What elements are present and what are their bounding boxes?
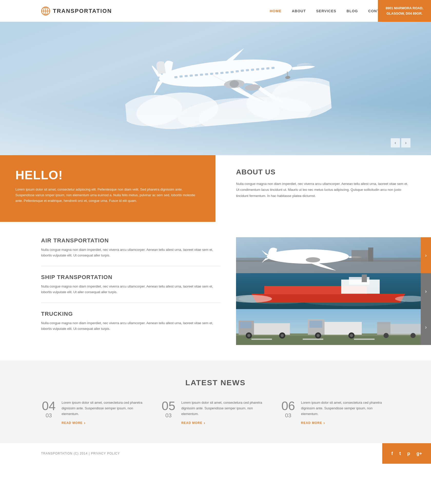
svg-point-62 [247, 334, 250, 337]
svg-point-71 [350, 334, 353, 337]
svg-rect-21 [236, 70, 239, 73]
svg-rect-55 [251, 339, 272, 340]
svg-rect-23 [226, 71, 229, 74]
svg-rect-27 [205, 73, 208, 75]
svg-rect-26 [210, 73, 213, 75]
footer-copyright: TRANSPORTATION (C) 2014 | PRIVACY POLICY [41, 452, 120, 455]
news-month-2: 03 [165, 412, 171, 419]
svg-rect-15 [266, 67, 270, 70]
read-more-2[interactable]: READ MORE [181, 421, 270, 425]
hero-prev-button[interactable]: ‹ [391, 138, 400, 147]
services-list: AIR TRANSPORTATION Nulla congue magna no… [41, 237, 236, 345]
about-box: ABOUT US Nulla congue magna non diam imp… [215, 155, 431, 222]
hero-section: ‹ › [0, 22, 431, 155]
svg-rect-42 [368, 248, 373, 262]
ship-transport-image[interactable]: › [236, 273, 431, 309]
news-month-3: 03 [285, 412, 291, 419]
truck-transport-image[interactable]: › [236, 309, 431, 345]
read-more-3[interactable]: READ MORE [301, 421, 390, 425]
footer-social: f t p g+ [382, 443, 431, 464]
logo-text: TRANSPORTATION [53, 8, 112, 14]
news-item-2: 05 03 Lorem ipsum dolor sit amet, consec… [161, 400, 270, 425]
facebook-icon[interactable]: f [391, 451, 393, 456]
service-title-trucking: TRUCKING [41, 311, 221, 317]
svg-rect-18 [251, 68, 254, 71]
news-text-3: Lorem ipsum dolor sit amet, consectetura… [301, 400, 390, 417]
main-nav: HOME ABOUT SERVICES BLOG CONTACTS [270, 9, 390, 13]
svg-rect-28 [200, 74, 203, 76]
news-title: LATEST NEWS [41, 378, 390, 387]
svg-rect-73 [377, 322, 390, 335]
svg-point-74 [384, 333, 389, 338]
about-text: Nulla congue magna non diam imperdiet, n… [236, 181, 410, 199]
news-item-1: 04 03 Lorem ipsum dolor sit amet, consec… [41, 400, 151, 425]
news-date-2: 05 03 [161, 400, 176, 419]
hero-navigation: ‹ › [391, 138, 410, 147]
svg-rect-19 [246, 69, 249, 71]
service-text-air: Nulla congue magna non diam imperdiet, n… [41, 247, 221, 258]
service-title-air: AIR TRANSPORTATION [41, 237, 221, 244]
svg-rect-30 [190, 74, 193, 77]
hero-next-button[interactable]: › [401, 138, 410, 147]
hello-about-section: HELLO! Lorem ipsum dolor sit amet, conse… [0, 155, 431, 222]
pinterest-icon[interactable]: p [407, 451, 410, 456]
svg-rect-22 [231, 71, 234, 73]
svg-rect-37 [236, 260, 431, 273]
header: TRANSPORTATION HOME ABOUT SERVICES BLOG … [0, 0, 431, 22]
news-day-2: 05 [162, 400, 175, 412]
nav-home[interactable]: HOME [270, 9, 281, 13]
news-month-1: 03 [46, 412, 52, 419]
nav-blog[interactable]: BLOG [347, 9, 358, 13]
svg-rect-31 [184, 75, 188, 77]
nav-about[interactable]: ABOUT [292, 9, 306, 13]
news-grid: 04 03 Lorem ipsum dolor sit amet, consec… [41, 400, 390, 425]
address-line2: GLASGOW, D04 89GR. [386, 12, 422, 15]
svg-rect-60 [240, 322, 251, 328]
googleplus-icon[interactable]: g+ [416, 451, 422, 456]
svg-point-69 [317, 334, 320, 337]
svg-rect-20 [241, 70, 244, 72]
svg-point-40 [306, 257, 320, 262]
services-section: AIR TRANSPORTATION Nulla congue magna no… [0, 222, 431, 360]
truck-arrow[interactable]: › [421, 309, 431, 345]
news-item-3: 06 03 Lorem ipsum dolor sit amet, consec… [280, 400, 390, 425]
address-box: 8901 MARMORA ROAD, GLASGOW, D04 89GR. [378, 0, 431, 22]
svg-rect-17 [256, 68, 259, 71]
footer: TRANSPORTATION (C) 2014 | PRIVACY POLICY… [0, 443, 431, 464]
globe-icon [41, 6, 50, 16]
news-day-3: 06 [281, 400, 295, 412]
service-item-ship: SHIP TRANSPORTATION Nulla congue magna n… [41, 266, 221, 303]
hello-box: HELLO! Lorem ipsum dolor sit amet, conse… [0, 155, 215, 222]
svg-rect-29 [195, 74, 198, 76]
news-content-3: Lorem ipsum dolor sit amet, consectetura… [301, 400, 390, 425]
air-transport-image[interactable]: › [236, 237, 431, 273]
svg-point-35 [285, 76, 290, 79]
air-arrow[interactable]: › [421, 237, 431, 273]
svg-point-64 [281, 334, 284, 337]
hello-title: HELLO! [15, 168, 200, 182]
ship-arrow[interactable]: › [421, 273, 431, 309]
svg-rect-14 [271, 67, 275, 69]
svg-rect-32 [179, 75, 183, 78]
news-text-1: Lorem ipsum dolor sit amet, consectetura… [62, 400, 151, 417]
svg-rect-25 [215, 72, 219, 75]
news-date-1: 04 03 [41, 400, 56, 419]
hero-clouds [0, 104, 431, 155]
read-more-1[interactable]: READ MORE [62, 421, 151, 425]
svg-rect-24 [220, 72, 224, 74]
svg-rect-49 [362, 274, 367, 282]
address-line1: 8901 MARMORA ROAD, [386, 6, 423, 10]
logo-area: TRANSPORTATION [41, 6, 270, 16]
svg-rect-67 [309, 321, 322, 328]
nav-services[interactable]: SERVICES [316, 9, 336, 13]
hello-text: Lorem ipsum dolor sit amet, consectetur … [15, 187, 200, 204]
service-item-air: AIR TRANSPORTATION Nulla congue magna no… [41, 237, 221, 266]
svg-rect-33 [174, 76, 178, 78]
news-day-1: 04 [42, 400, 55, 412]
svg-point-75 [410, 333, 416, 338]
service-text-trucking: Nulla congue magna non diam imperdiet, n… [41, 320, 221, 332]
news-date-3: 06 03 [280, 400, 296, 419]
twitter-icon[interactable]: t [399, 451, 401, 456]
about-title: ABOUT US [236, 168, 410, 176]
svg-rect-16 [261, 68, 265, 70]
